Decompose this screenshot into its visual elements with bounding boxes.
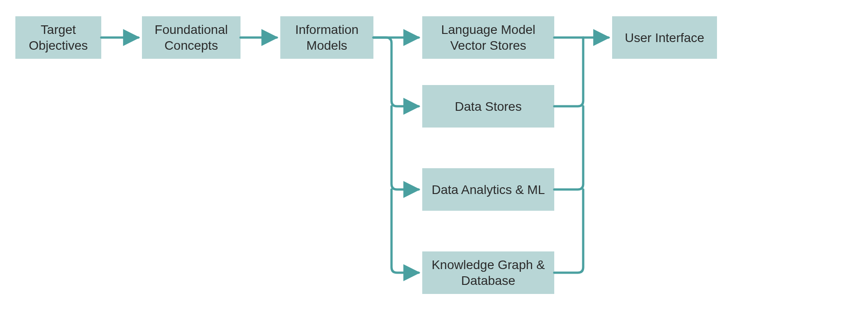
node-user-interface: User Interface bbox=[612, 16, 717, 59]
node-label: User Interface bbox=[625, 30, 704, 46]
node-label: Information Models bbox=[285, 22, 369, 53]
node-label: Data Stores bbox=[455, 99, 522, 114]
node-label: Knowledge Graph & Database bbox=[427, 257, 550, 289]
node-target-objectives: Target Objectives bbox=[15, 16, 101, 59]
node-data-stores: Data Stores bbox=[422, 85, 554, 128]
edge-information-to-data-stores bbox=[373, 38, 419, 106]
edge-information-to-data-analytics bbox=[392, 106, 419, 189]
node-language-model-vector-stores: Language Model Vector Stores bbox=[422, 16, 554, 59]
diagram-canvas: Target Objectives Foundational Concepts … bbox=[0, 0, 868, 336]
node-foundational-concepts: Foundational Concepts bbox=[142, 16, 241, 59]
node-data-analytics-ml: Data Analytics & ML bbox=[422, 168, 554, 211]
node-knowledge-graph-database: Knowledge Graph & Database bbox=[422, 251, 554, 294]
node-label: Target Objectives bbox=[20, 22, 97, 53]
node-label: Data Analytics & ML bbox=[432, 182, 545, 198]
edge-knowledge-graph-to-ui bbox=[554, 189, 583, 273]
edge-data-stores-to-ui bbox=[554, 38, 583, 106]
node-label: Language Model Vector Stores bbox=[427, 22, 550, 53]
node-label: Foundational Concepts bbox=[146, 22, 236, 53]
edge-information-to-knowledge-graph bbox=[392, 189, 419, 273]
node-information-models: Information Models bbox=[280, 16, 373, 59]
edge-data-analytics-to-ui bbox=[554, 106, 583, 189]
